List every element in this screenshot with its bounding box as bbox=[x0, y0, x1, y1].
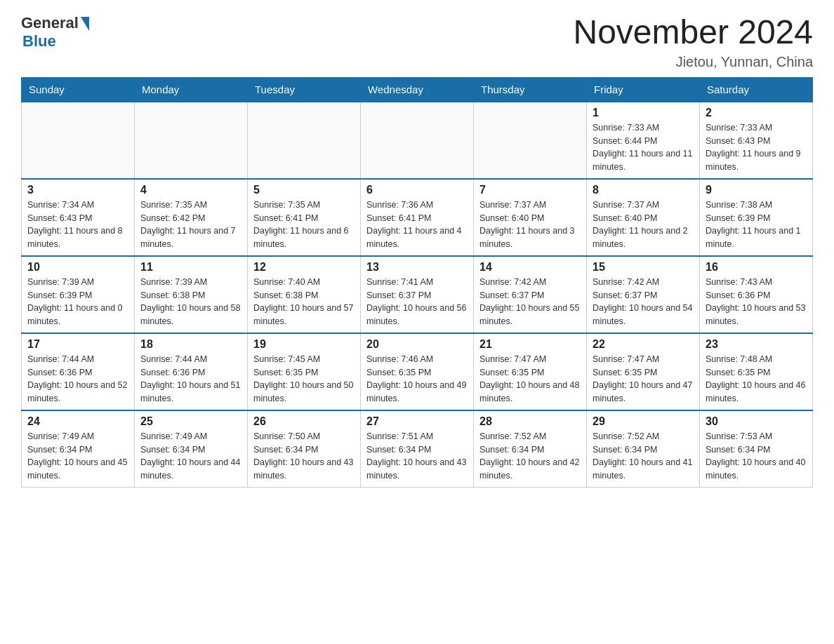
day-cell bbox=[361, 102, 474, 179]
day-cell: 30Sunrise: 7:53 AMSunset: 6:34 PMDayligh… bbox=[700, 410, 813, 488]
column-header-sunday: Sunday bbox=[22, 77, 135, 102]
day-cell: 21Sunrise: 7:47 AMSunset: 6:35 PMDayligh… bbox=[474, 333, 587, 410]
day-number: 5 bbox=[253, 184, 355, 196]
day-number: 15 bbox=[593, 261, 694, 274]
day-info: Sunrise: 7:43 AMSunset: 6:36 PMDaylight:… bbox=[706, 276, 807, 328]
column-header-friday: Friday bbox=[587, 77, 700, 102]
column-header-wednesday: Wednesday bbox=[361, 77, 474, 102]
title-area: November 2024 Jietou, Yunnan, China bbox=[573, 14, 813, 70]
day-cell: 13Sunrise: 7:41 AMSunset: 6:37 PMDayligh… bbox=[361, 256, 474, 333]
week-row-1: 1Sunrise: 7:33 AMSunset: 6:44 PMDaylight… bbox=[22, 102, 813, 179]
day-info: Sunrise: 7:49 AMSunset: 6:34 PMDaylight:… bbox=[140, 430, 241, 483]
day-info: Sunrise: 7:49 AMSunset: 6:34 PMDaylight:… bbox=[27, 430, 128, 483]
day-number: 14 bbox=[479, 261, 581, 274]
day-cell: 18Sunrise: 7:44 AMSunset: 6:36 PMDayligh… bbox=[135, 333, 248, 410]
day-number: 10 bbox=[27, 261, 128, 274]
day-cell: 28Sunrise: 7:52 AMSunset: 6:34 PMDayligh… bbox=[474, 410, 587, 488]
day-info: Sunrise: 7:50 AMSunset: 6:34 PMDaylight:… bbox=[253, 430, 355, 483]
column-header-tuesday: Tuesday bbox=[248, 77, 361, 102]
day-number: 12 bbox=[253, 261, 355, 274]
logo-general-text: General bbox=[21, 14, 79, 32]
day-number: 16 bbox=[706, 261, 807, 274]
day-number: 19 bbox=[253, 338, 355, 351]
day-cell: 24Sunrise: 7:49 AMSunset: 6:34 PMDayligh… bbox=[22, 410, 135, 488]
day-cell: 23Sunrise: 7:48 AMSunset: 6:35 PMDayligh… bbox=[700, 333, 813, 410]
day-number: 18 bbox=[140, 338, 241, 351]
day-info: Sunrise: 7:33 AMSunset: 6:43 PMDaylight:… bbox=[706, 121, 807, 174]
day-number: 22 bbox=[593, 338, 694, 351]
month-title: November 2024 bbox=[573, 14, 813, 51]
day-info: Sunrise: 7:53 AMSunset: 6:34 PMDaylight:… bbox=[706, 430, 807, 483]
logo: General Blue bbox=[21, 14, 89, 51]
day-number: 13 bbox=[366, 261, 468, 274]
day-cell: 8Sunrise: 7:37 AMSunset: 6:40 PMDaylight… bbox=[587, 179, 700, 256]
day-number: 11 bbox=[140, 261, 241, 274]
day-cell: 19Sunrise: 7:45 AMSunset: 6:35 PMDayligh… bbox=[248, 333, 361, 410]
day-cell: 1Sunrise: 7:33 AMSunset: 6:44 PMDaylight… bbox=[587, 102, 700, 179]
day-cell: 3Sunrise: 7:34 AMSunset: 6:43 PMDaylight… bbox=[22, 179, 135, 256]
day-info: Sunrise: 7:51 AMSunset: 6:34 PMDaylight:… bbox=[366, 430, 468, 483]
day-info: Sunrise: 7:45 AMSunset: 6:35 PMDaylight:… bbox=[253, 353, 355, 405]
day-cell: 5Sunrise: 7:35 AMSunset: 6:41 PMDaylight… bbox=[248, 179, 361, 256]
day-number: 3 bbox=[27, 184, 128, 196]
day-info: Sunrise: 7:41 AMSunset: 6:37 PMDaylight:… bbox=[366, 276, 468, 328]
day-cell: 26Sunrise: 7:50 AMSunset: 6:34 PMDayligh… bbox=[248, 410, 361, 488]
day-number: 24 bbox=[27, 415, 128, 428]
day-info: Sunrise: 7:44 AMSunset: 6:36 PMDaylight:… bbox=[27, 353, 128, 405]
day-info: Sunrise: 7:44 AMSunset: 6:36 PMDaylight:… bbox=[140, 353, 241, 405]
day-info: Sunrise: 7:42 AMSunset: 6:37 PMDaylight:… bbox=[593, 276, 694, 328]
page-header: General Blue November 2024 Jietou, Yunna… bbox=[21, 14, 813, 70]
day-number: 21 bbox=[479, 338, 581, 351]
day-info: Sunrise: 7:36 AMSunset: 6:41 PMDaylight:… bbox=[366, 199, 468, 251]
day-number: 25 bbox=[140, 415, 241, 428]
week-row-2: 3Sunrise: 7:34 AMSunset: 6:43 PMDaylight… bbox=[22, 179, 813, 256]
day-cell: 22Sunrise: 7:47 AMSunset: 6:35 PMDayligh… bbox=[587, 333, 700, 410]
day-cell: 29Sunrise: 7:52 AMSunset: 6:34 PMDayligh… bbox=[587, 410, 700, 488]
day-cell bbox=[22, 102, 135, 179]
day-info: Sunrise: 7:52 AMSunset: 6:34 PMDaylight:… bbox=[479, 430, 581, 483]
week-row-5: 24Sunrise: 7:49 AMSunset: 6:34 PMDayligh… bbox=[22, 410, 813, 488]
day-info: Sunrise: 7:35 AMSunset: 6:42 PMDaylight:… bbox=[140, 199, 241, 251]
day-info: Sunrise: 7:40 AMSunset: 6:38 PMDaylight:… bbox=[253, 276, 355, 328]
location-subtitle: Jietou, Yunnan, China bbox=[573, 54, 813, 70]
day-info: Sunrise: 7:35 AMSunset: 6:41 PMDaylight:… bbox=[253, 199, 355, 251]
day-number: 1 bbox=[593, 107, 694, 119]
calendar-header: SundayMondayTuesdayWednesdayThursdayFrid… bbox=[22, 77, 813, 102]
day-number: 30 bbox=[706, 415, 807, 428]
logo-blue-text: Blue bbox=[22, 32, 56, 51]
week-row-3: 10Sunrise: 7:39 AMSunset: 6:39 PMDayligh… bbox=[22, 256, 813, 333]
calendar-body: 1Sunrise: 7:33 AMSunset: 6:44 PMDaylight… bbox=[22, 102, 813, 488]
day-cell bbox=[135, 102, 248, 179]
day-info: Sunrise: 7:34 AMSunset: 6:43 PMDaylight:… bbox=[27, 199, 128, 251]
day-cell: 15Sunrise: 7:42 AMSunset: 6:37 PMDayligh… bbox=[587, 256, 700, 333]
day-info: Sunrise: 7:42 AMSunset: 6:37 PMDaylight:… bbox=[479, 276, 581, 328]
day-cell: 14Sunrise: 7:42 AMSunset: 6:37 PMDayligh… bbox=[474, 256, 587, 333]
column-header-saturday: Saturday bbox=[700, 77, 813, 102]
week-row-4: 17Sunrise: 7:44 AMSunset: 6:36 PMDayligh… bbox=[22, 333, 813, 410]
day-info: Sunrise: 7:33 AMSunset: 6:44 PMDaylight:… bbox=[593, 121, 694, 174]
day-cell: 9Sunrise: 7:38 AMSunset: 6:39 PMDaylight… bbox=[700, 179, 813, 256]
day-number: 27 bbox=[366, 415, 468, 428]
day-cell: 7Sunrise: 7:37 AMSunset: 6:40 PMDaylight… bbox=[474, 179, 587, 256]
day-info: Sunrise: 7:46 AMSunset: 6:35 PMDaylight:… bbox=[366, 353, 468, 405]
day-info: Sunrise: 7:37 AMSunset: 6:40 PMDaylight:… bbox=[593, 199, 694, 251]
day-cell bbox=[248, 102, 361, 179]
day-cell: 20Sunrise: 7:46 AMSunset: 6:35 PMDayligh… bbox=[361, 333, 474, 410]
day-info: Sunrise: 7:39 AMSunset: 6:39 PMDaylight:… bbox=[27, 276, 128, 328]
day-info: Sunrise: 7:47 AMSunset: 6:35 PMDaylight:… bbox=[593, 353, 694, 405]
day-cell: 4Sunrise: 7:35 AMSunset: 6:42 PMDaylight… bbox=[135, 179, 248, 256]
day-number: 6 bbox=[366, 184, 468, 196]
day-cell: 25Sunrise: 7:49 AMSunset: 6:34 PMDayligh… bbox=[135, 410, 248, 488]
day-number: 17 bbox=[27, 338, 128, 351]
column-header-monday: Monday bbox=[135, 77, 248, 102]
logo-arrow-icon bbox=[81, 17, 89, 31]
day-cell bbox=[474, 102, 587, 179]
day-number: 29 bbox=[593, 415, 694, 428]
day-number: 7 bbox=[479, 184, 581, 196]
day-cell: 16Sunrise: 7:43 AMSunset: 6:36 PMDayligh… bbox=[700, 256, 813, 333]
day-number: 26 bbox=[253, 415, 355, 428]
day-info: Sunrise: 7:37 AMSunset: 6:40 PMDaylight:… bbox=[479, 199, 581, 251]
day-info: Sunrise: 7:48 AMSunset: 6:35 PMDaylight:… bbox=[706, 353, 807, 405]
day-cell: 17Sunrise: 7:44 AMSunset: 6:36 PMDayligh… bbox=[22, 333, 135, 410]
day-number: 8 bbox=[593, 184, 694, 196]
